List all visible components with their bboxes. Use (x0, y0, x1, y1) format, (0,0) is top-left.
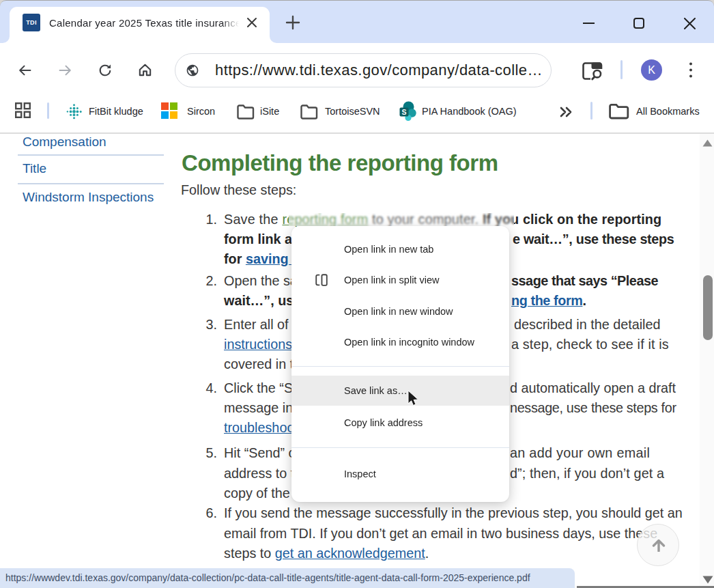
svg-text:S: S (401, 108, 406, 116)
